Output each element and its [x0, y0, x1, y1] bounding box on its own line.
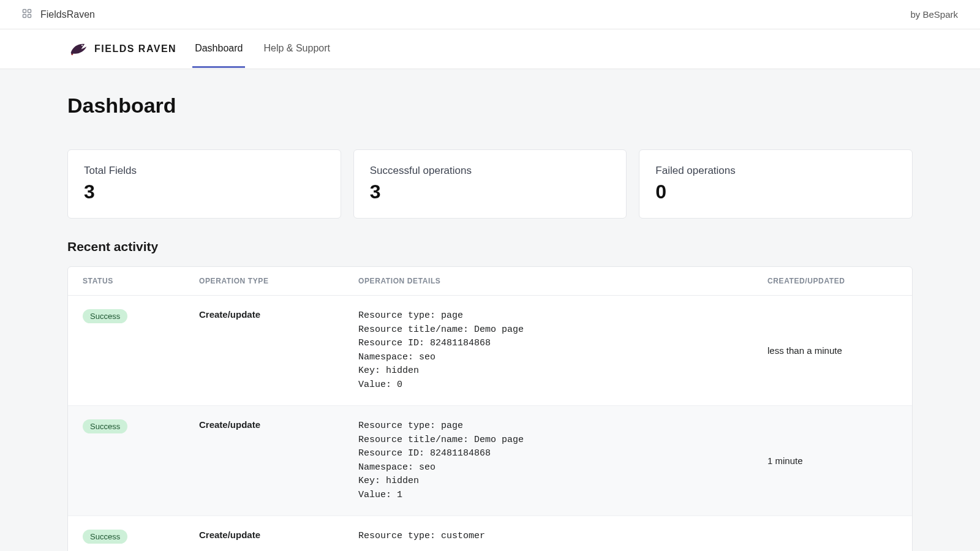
col-header-status: STATUS	[68, 267, 184, 296]
operation-details: Resource type: page Resource title/name:…	[344, 296, 753, 406]
top-bar: FieldsRaven by BeSpark	[0, 0, 980, 29]
status-badge: Success	[83, 309, 127, 323]
stat-card-total-fields: Total Fields 3	[67, 149, 341, 219]
operation-details: Resource type: customer	[344, 516, 753, 551]
time-cell: less than a minute	[753, 296, 912, 406]
stat-label: Failed operations	[655, 165, 896, 177]
operation-type: Create/update	[184, 516, 344, 551]
table-row: Success Create/update Resource type: pag…	[68, 406, 912, 516]
top-bar-left: FieldsRaven	[22, 9, 95, 20]
stat-value: 3	[370, 181, 611, 203]
app-name: FieldsRaven	[40, 9, 95, 20]
stat-value: 3	[84, 181, 325, 203]
page-title: Dashboard	[67, 94, 913, 118]
stat-cards-row: Total Fields 3 Successful operations 3 F…	[67, 149, 913, 219]
raven-logo-icon	[67, 38, 88, 61]
col-header-op-type: OPERATION TYPE	[184, 267, 344, 296]
activity-table: STATUS OPERATION TYPE OPERATION DETAILS …	[67, 266, 913, 551]
stat-card-failed-ops: Failed operations 0	[639, 149, 913, 219]
col-header-op-details: OPERATION DETAILS	[344, 267, 753, 296]
svg-point-4	[81, 44, 83, 45]
stat-card-successful-ops: Successful operations 3	[353, 149, 627, 219]
operation-type: Create/update	[184, 296, 344, 406]
status-badge: Success	[83, 419, 127, 433]
svg-rect-3	[28, 15, 31, 18]
operation-type: Create/update	[184, 406, 344, 516]
header-nav: FIELDS RAVEN Dashboard Help & Support	[0, 29, 980, 69]
svg-rect-2	[23, 15, 26, 18]
time-cell: 1 minute	[753, 406, 912, 516]
svg-rect-0	[23, 10, 26, 13]
main-content: Dashboard Total Fields 3 Successful oper…	[0, 69, 980, 551]
nav-help-support[interactable]: Help & Support	[261, 30, 333, 68]
operation-details: Resource type: page Resource title/name:…	[344, 406, 753, 516]
apps-grid-icon[interactable]	[22, 9, 32, 20]
table-row: Success Create/update Resource type: cus…	[68, 516, 912, 551]
stat-value: 0	[655, 181, 896, 203]
recent-activity-heading: Recent activity	[67, 239, 913, 254]
nav-dashboard[interactable]: Dashboard	[192, 30, 245, 68]
stat-label: Successful operations	[370, 165, 611, 177]
table-row: Success Create/update Resource type: pag…	[68, 296, 912, 406]
svg-rect-1	[28, 10, 31, 13]
byline: by BeSpark	[910, 9, 958, 20]
status-badge: Success	[83, 530, 127, 544]
stat-label: Total Fields	[84, 165, 325, 177]
col-header-time: CREATED/UPDATED	[753, 267, 912, 296]
time-cell	[753, 516, 912, 551]
logo-block[interactable]: FIELDS RAVEN	[67, 38, 176, 61]
logo-text: FIELDS RAVEN	[94, 43, 176, 54]
